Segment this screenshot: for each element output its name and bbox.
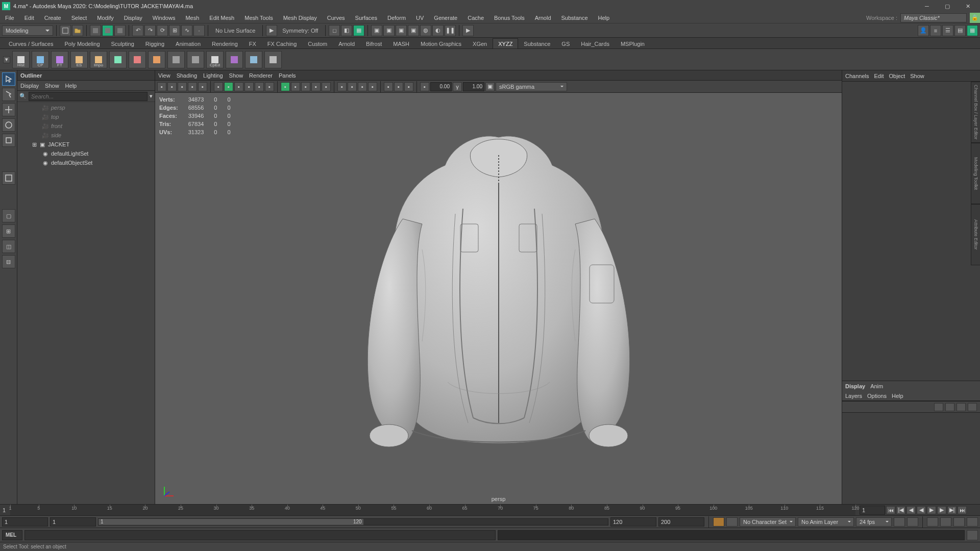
outliner-camera-persp[interactable]: 🎥persp xyxy=(17,103,155,112)
menu-surfaces[interactable]: Surfaces xyxy=(350,12,382,23)
menu-curves[interactable]: Curves xyxy=(322,12,350,23)
range-end-outer[interactable] xyxy=(658,517,704,527)
ipr-icon[interactable]: ▣ xyxy=(383,25,395,36)
play-fwd-icon[interactable]: ▶ xyxy=(927,506,936,514)
shelftab-fx[interactable]: FX xyxy=(243,38,262,48)
workspace-dropdown[interactable]: Maya Classic* xyxy=(900,13,967,22)
menu-mesh[interactable]: Mesh xyxy=(180,12,204,23)
shelf-icon-Hist[interactable]: Hist xyxy=(12,51,30,68)
vp-motion-blur[interactable]: ▪ xyxy=(348,82,357,91)
layout-single-icon[interactable]: ▢ xyxy=(2,209,15,222)
charset-icon[interactable] xyxy=(726,517,738,527)
wire-icon[interactable]: ▦ xyxy=(353,25,364,36)
shelf-icon-ES[interactable]: ES xyxy=(70,51,88,68)
layer-move-down-icon[interactable] xyxy=(957,403,966,411)
command-input[interactable] xyxy=(24,530,496,540)
vp-wireframe[interactable]: ▪ xyxy=(281,82,290,91)
menu-cache[interactable]: Cache xyxy=(462,12,489,23)
vp-menu-shading[interactable]: Shading xyxy=(177,72,197,79)
vp-xray[interactable]: ▪ xyxy=(394,82,403,91)
go-start-icon[interactable]: ⏮ xyxy=(886,506,895,514)
menu-mesh-display[interactable]: Mesh Display xyxy=(278,12,322,23)
shelftab-msplugin[interactable]: MSPlugin xyxy=(615,38,650,48)
menu-uv[interactable]: UV xyxy=(411,12,429,23)
arrow-icon[interactable]: ▶ xyxy=(462,25,474,36)
outliner-node-defaultLightSet[interactable]: ◉defaultLightSet xyxy=(17,149,155,158)
vp-smooth[interactable]: ▪ xyxy=(291,82,300,91)
vp-shadows[interactable]: ▪ xyxy=(322,82,331,91)
shelftab-curves-surfaces[interactable]: Curves / Surfaces xyxy=(3,38,59,48)
go-end-icon[interactable]: ⏭ xyxy=(958,506,967,514)
lasso-tool[interactable] xyxy=(2,88,15,101)
cmd-lang-label[interactable]: MEL xyxy=(2,530,22,540)
menu-select[interactable]: Select xyxy=(66,12,92,23)
vp-xray-joints[interactable]: ▪ xyxy=(404,82,413,91)
shelftab-mash[interactable]: MASH xyxy=(387,38,415,48)
outliner-search-input[interactable] xyxy=(29,92,148,101)
character-set-dropdown[interactable]: No Character Set xyxy=(740,517,796,527)
outliner-menu-show[interactable]: Show xyxy=(45,83,59,89)
vp-grease[interactable]: ▪ xyxy=(198,82,207,91)
vp-safe-title[interactable]: ▪ xyxy=(265,82,274,91)
outliner-camera-top[interactable]: 🎥top xyxy=(17,112,155,121)
time-slider[interactable]: 1510152025303540455055606570758085909510… xyxy=(10,505,855,515)
vp-camera-select[interactable]: ▪ xyxy=(157,82,166,91)
vp-dof[interactable]: ▪ xyxy=(368,82,377,91)
outliner-node-defaultObjectSet[interactable]: ◉defaultObjectSet xyxy=(17,158,155,167)
menu-substance[interactable]: Substance xyxy=(556,12,593,23)
menu-mesh-tools[interactable]: Mesh Tools xyxy=(239,12,278,23)
account-icon[interactable]: 👤 xyxy=(918,25,929,36)
cbox-tab-show[interactable]: Show xyxy=(910,73,924,79)
cbox-tab-channels[interactable]: Channels xyxy=(845,73,869,79)
gamma-dropdown[interactable]: sRGB gamma xyxy=(496,82,567,91)
outliner-menu-help[interactable]: Help xyxy=(65,83,77,89)
shelftab-arnold[interactable]: Arnold xyxy=(333,38,360,48)
anim-layer-dropdown[interactable]: No Anim Layer xyxy=(798,517,854,527)
layertab-anim[interactable]: Anim xyxy=(870,383,883,389)
shelf-icon-CP[interactable]: CP xyxy=(32,51,49,68)
open-scene-icon[interactable] xyxy=(72,25,83,36)
vp-menu-view[interactable]: View xyxy=(158,72,170,79)
shelftab-substance[interactable]: Substance xyxy=(518,38,556,48)
shelftab-sculpting[interactable]: Sculpting xyxy=(106,38,140,48)
shelf-menu-icon[interactable]: ▾ xyxy=(3,56,10,63)
shelf-icon-9[interactable] xyxy=(187,51,204,68)
workspace-lock-icon[interactable]: 🔒 xyxy=(970,13,980,23)
hull-icon[interactable]: ◧ xyxy=(341,25,352,36)
viewtransform-icon[interactable]: ▣ xyxy=(485,82,495,91)
range-start-outer[interactable] xyxy=(2,517,48,527)
menu-deform[interactable]: Deform xyxy=(382,12,411,23)
shelf-icon-12[interactable] xyxy=(245,51,262,68)
prefs-icon[interactable] xyxy=(940,517,951,527)
expand-icon[interactable]: ⊞ xyxy=(32,141,37,148)
sidetab-modelingtoolkit[interactable]: Modeling Toolkit xyxy=(971,143,980,204)
vp-menu-renderer[interactable]: Renderer xyxy=(249,72,273,79)
shelf-icon-8[interactable] xyxy=(167,51,185,68)
current-frame-field[interactable] xyxy=(860,506,885,515)
outliner-camera-front[interactable]: 🎥front xyxy=(17,121,155,131)
vp-res-gate[interactable]: ▪ xyxy=(234,82,243,91)
render-icon[interactable]: ▣ xyxy=(371,25,382,36)
menu-windows[interactable]: Windows xyxy=(148,12,181,23)
vp-grid[interactable]: ▪ xyxy=(214,82,223,91)
layout-stack-icon[interactable]: ⊟ xyxy=(2,255,15,268)
vp-isolate[interactable]: ▪ xyxy=(384,82,393,91)
play-back-icon[interactable]: ◀ xyxy=(917,506,926,514)
rotate-tool[interactable] xyxy=(2,118,15,132)
hypershade-icon[interactable]: ◍ xyxy=(420,25,431,36)
range-slider[interactable]: 1 120 xyxy=(98,518,608,525)
vp-ao[interactable]: ▪ xyxy=(337,82,347,91)
select-tool[interactable] xyxy=(2,72,15,86)
history-icon[interactable]: ⟳ xyxy=(157,25,168,36)
cbox-toggle-icon[interactable]: ▦ xyxy=(967,25,978,36)
shelftab-fx-caching[interactable]: FX Caching xyxy=(262,38,302,48)
layout-two-icon[interactable]: ◫ xyxy=(2,240,15,253)
filter-dropdown-icon[interactable]: ▾ xyxy=(150,93,153,99)
lighteditor-icon[interactable]: ◐ xyxy=(432,25,444,36)
symmetry-icon[interactable]: ▶ xyxy=(266,25,277,36)
range-pref-icon[interactable] xyxy=(894,517,905,527)
layers-menu-layers[interactable]: Layers xyxy=(845,393,862,399)
select-object-icon[interactable] xyxy=(114,25,126,36)
vp-menu-show[interactable]: Show xyxy=(229,72,243,79)
menu-bonus-tools[interactable]: Bonus Tools xyxy=(489,12,530,23)
